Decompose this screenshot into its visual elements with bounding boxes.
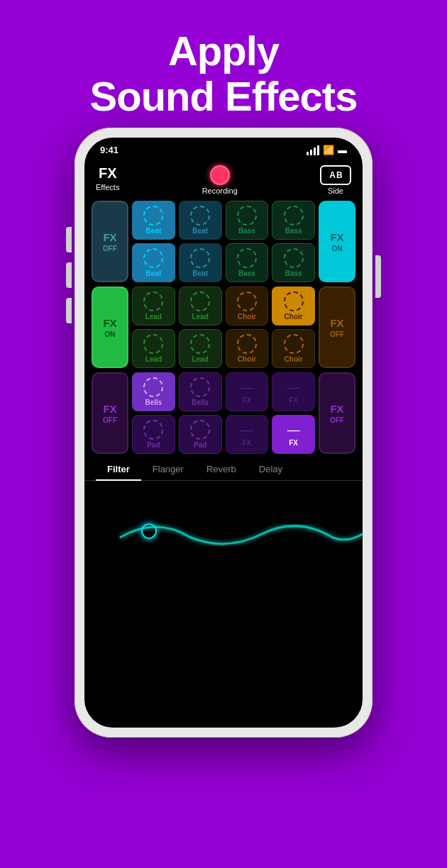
beat-circle-1: [143, 206, 163, 226]
choir-label-1: Choir: [238, 313, 256, 321]
bass-cell-3[interactable]: Bass: [226, 243, 269, 282]
recording-label: Recording: [202, 187, 238, 195]
choir-cell-2-active[interactable]: Choir: [272, 286, 315, 326]
bass-label-2: Bass: [285, 227, 302, 235]
lead-row-top: Lead Lead Choir: [132, 286, 315, 326]
beat-circle-2: [190, 206, 210, 226]
choir-cell-3[interactable]: Choir: [226, 329, 269, 368]
ab-side-group[interactable]: A B Side: [320, 165, 351, 195]
tab-reverb-label: Reverb: [206, 464, 236, 474]
fx-effects-group[interactable]: FX Effects: [96, 165, 119, 191]
fx-cell-label-3: FX: [242, 439, 251, 447]
bass-label-4: Bass: [285, 269, 302, 277]
status-icons: 📶 ▬: [307, 145, 347, 155]
signal-icon: [307, 145, 319, 155]
fx-side-fx-label-purple2: FX: [330, 403, 343, 415]
beat-label-2: Beat: [192, 227, 208, 235]
ab-box[interactable]: A B: [320, 165, 351, 185]
choir-circle-4: [284, 334, 304, 354]
notch: [177, 138, 270, 157]
top-controls: FX Effects Recording A B Side: [84, 158, 363, 201]
beat-row-bottom: Beat Beat Bass: [132, 243, 315, 282]
lead-label-2: Lead: [192, 313, 208, 321]
phone-screen: 9:41 📶 ▬ FX Effects: [84, 138, 363, 728]
tab-filter[interactable]: Filter: [96, 458, 141, 480]
pad-label-2: Pad: [194, 441, 206, 449]
record-button[interactable]: [210, 165, 230, 185]
fx-cell-1[interactable]: — FX: [226, 372, 269, 411]
bells-cell-1-active[interactable]: Bells: [132, 372, 175, 411]
tab-reverb[interactable]: Reverb: [195, 458, 248, 480]
bass-cell-4[interactable]: Bass: [272, 243, 315, 282]
beat-circle-4: [190, 248, 210, 268]
beat-cell-2[interactable]: Beat: [179, 201, 222, 240]
beat-cell-1[interactable]: Beat: [132, 201, 175, 240]
bass-circle-3: [237, 248, 257, 268]
all-rows: FX OFF Beat Beat: [84, 201, 363, 454]
bells-cell-2[interactable]: Bells: [179, 372, 222, 411]
bass-circle-4: [284, 248, 304, 268]
fx-side-btn-cyan[interactable]: FX ON: [319, 201, 355, 282]
bass-cell-1[interactable]: Bass: [226, 201, 269, 240]
effects-sublabel: Effects: [96, 183, 119, 191]
beat-label-1: Beat: [146, 227, 162, 235]
fx-side-status-off-brown: OFF: [330, 330, 344, 338]
fx-side-status-off-purple: OFF: [103, 416, 117, 424]
fx-cell-label-1: FX: [242, 396, 251, 404]
side-label: Side: [328, 187, 343, 195]
pad-circle-1: [143, 420, 163, 440]
fx-cell-label-4: FX: [289, 439, 298, 447]
fx-side-status-off-purple2: OFF: [330, 416, 344, 424]
beat-cell-4[interactable]: Beat: [179, 243, 222, 282]
tab-flanger-label: Flanger: [153, 464, 184, 474]
fx-side-btn-choir[interactable]: FX OFF: [319, 286, 355, 368]
bass-circle-2: [284, 206, 304, 226]
battery-icon: ▬: [338, 145, 347, 155]
beat-circle-3: [143, 248, 163, 268]
bells-row-top: Bells Bells — FX —: [132, 372, 315, 411]
pad-cell-1[interactable]: Pad: [132, 415, 175, 454]
lead-cell-3[interactable]: Lead: [132, 329, 175, 368]
pad-label-1: Pad: [147, 441, 160, 449]
row-bells-pad: FX OFF Bells Bells: [92, 372, 355, 454]
pad-cell-2[interactable]: Pad: [179, 415, 222, 454]
fx-cell-2[interactable]: — FX: [272, 372, 315, 411]
lead-cell-2[interactable]: Lead: [179, 286, 222, 326]
choir-cell-4[interactable]: Choir: [272, 329, 315, 368]
lead-circle-4: [190, 334, 210, 354]
beat-label-4: Beat: [192, 269, 208, 277]
choir-cell-1[interactable]: Choir: [226, 286, 269, 326]
fx-side-fx-label-purple: FX: [103, 403, 116, 415]
beat-label-3: Beat: [146, 269, 162, 277]
lead-cell-4[interactable]: Lead: [179, 329, 222, 368]
bass-label-3: Bass: [238, 269, 255, 277]
wifi-icon: 📶: [323, 145, 334, 155]
fx-side-btn-pad[interactable]: FX OFF: [319, 372, 355, 454]
beat-cell-3[interactable]: Beat: [132, 243, 175, 282]
tab-flanger[interactable]: Flanger: [141, 458, 195, 480]
fx-side-btn-bells[interactable]: FX OFF: [92, 372, 128, 454]
row-beat-bass: FX OFF Beat Beat: [92, 201, 355, 282]
fx-side-fx-label-brown: FX: [330, 317, 343, 329]
fx-side-fx-label-cyan: FX: [330, 231, 343, 243]
tab-delay[interactable]: Delay: [248, 458, 294, 480]
pad-row-bottom: Pad Pad — FX —: [132, 415, 315, 454]
bass-circle-1: [237, 206, 257, 226]
bells-circle-2: [190, 377, 210, 397]
bass-cell-2[interactable]: Bass: [272, 201, 315, 240]
hero-title: Apply Sound Effects: [0, 0, 447, 119]
tab-delay-label: Delay: [259, 464, 282, 474]
recording-group[interactable]: Recording: [202, 165, 238, 195]
fx-cell-4-active[interactable]: — FX: [272, 415, 315, 454]
fx-side-btn-beat[interactable]: FX OFF: [92, 201, 128, 282]
bass-label-1: Bass: [238, 227, 255, 235]
fx-side-status-on-cyan: ON: [332, 245, 343, 252]
row-lead-choir: FX ON Lead Lead: [92, 286, 355, 368]
phone-frame: 9:41 📶 ▬ FX Effects: [74, 128, 372, 738]
fx-cell-3[interactable]: — FX: [226, 415, 269, 454]
lead-circle-3: [143, 334, 163, 354]
lead-cell-1[interactable]: Lead: [132, 286, 175, 326]
choir-circle-1: [237, 291, 257, 311]
fx-side-btn-lead[interactable]: FX ON: [92, 286, 128, 368]
fx-side-status-off: OFF: [103, 245, 117, 252]
